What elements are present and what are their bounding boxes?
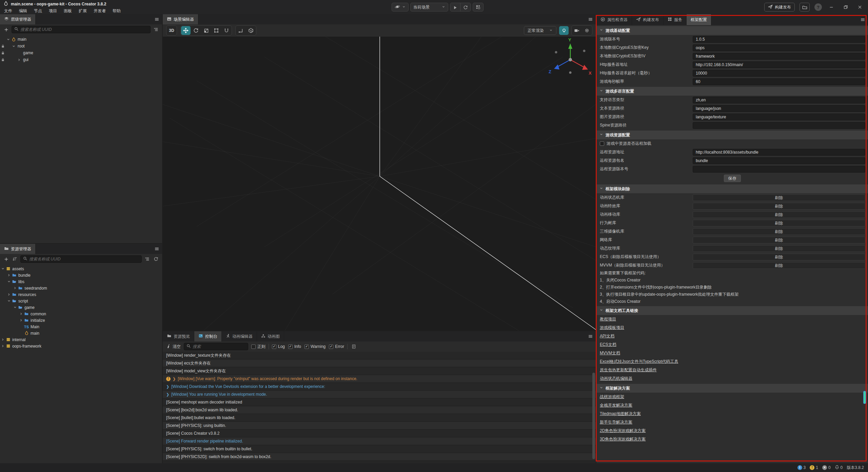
console-scrollbar[interactable] — [592, 373, 595, 459]
create-asset-button[interactable] — [3, 256, 9, 262]
prop-input-远程资源地址[interactable] — [693, 149, 865, 156]
doc-link-API文档[interactable]: API文档 — [600, 333, 614, 339]
warning-count[interactable]: ! 1 — [810, 465, 818, 470]
3d-mode-button[interactable]: 3D — [167, 26, 176, 35]
render-mode-select[interactable]: 正常渲染 — [524, 26, 556, 35]
tab-scene-editor[interactable]: 场景编辑器 — [163, 14, 198, 24]
tree-item-assets[interactable]: assets — [0, 266, 162, 272]
tree-item-oops-framework[interactable]: oops-framework — [0, 343, 162, 349]
section-header-框架文档工具链接[interactable]: 框架文档工具链接 — [596, 306, 868, 315]
camera-settings-icon[interactable] — [572, 26, 581, 35]
doc-link-Tiledmap地图解决方案[interactable]: Tiledmap地图解决方案 — [600, 411, 641, 417]
prop-input-Http服务器请求超时（毫秒）[interactable] — [693, 70, 865, 77]
gizmo-x-label[interactable]: X — [589, 71, 592, 76]
tree-chevron-down[interactable] — [12, 305, 18, 310]
prop-input-图片资源路径[interactable] — [693, 114, 865, 120]
remove-module-button[interactable]: 剔除 — [693, 237, 865, 243]
save-button[interactable]: 保存 — [724, 175, 741, 182]
remove-module-button[interactable]: 剔除 — [693, 203, 865, 210]
inspector-menu-icon[interactable] — [860, 17, 865, 23]
scene-select[interactable]: 当前场景 — [410, 3, 448, 12]
filter-error-checkbox[interactable]: ✓Error — [329, 344, 344, 349]
section-header-框架模块剔除[interactable]: 框架模块剔除 — [596, 184, 868, 193]
menu-item-开发者[interactable]: 开发者 — [90, 7, 109, 14]
menu-item-编辑[interactable]: 编辑 — [16, 7, 31, 14]
console-message[interactable]: [Window] render_texture文件夹存在 — [163, 352, 596, 359]
doc-link-原生包热更新配置自动生成插件[interactable]: 原生包热更新配置自动生成插件 — [600, 367, 657, 373]
tab-动画编辑器[interactable]: 动画编辑器 — [222, 331, 257, 341]
remove-module-button[interactable]: 剔除 — [693, 228, 865, 235]
doc-link-Excel格式转Json文件与TypeScript代码工具[interactable]: Excel格式转Json文件与TypeScript代码工具 — [600, 359, 678, 365]
tree-chevron-right[interactable] — [0, 337, 5, 342]
tree-item-game[interactable]: game — [0, 304, 162, 311]
tree-chevron-right[interactable] — [12, 286, 18, 291]
doc-link-教程项目[interactable]: 教程项目 — [600, 316, 616, 322]
prop-input-远程资源包名[interactable] — [693, 157, 865, 164]
console-message[interactable]: [Window] ecs文件夹存在 — [163, 359, 596, 367]
prop-input-游戏每秒帧率[interactable] — [693, 78, 865, 85]
preview-device-button[interactable] — [473, 3, 484, 12]
console-message[interactable]: [Scene] Forward render pipeline initiali… — [163, 437, 596, 445]
menu-item-项目[interactable]: 项目 — [45, 7, 60, 14]
remove-module-button[interactable]: 剔除 — [693, 220, 865, 227]
tab-属性检查器[interactable]: 属性检查器 — [596, 14, 632, 25]
tab-控制台[interactable]: 控制台 — [194, 331, 222, 341]
filter-info-checkbox[interactable]: ✓Info — [288, 344, 301, 349]
tab-动画图[interactable]: 动画图 — [257, 331, 284, 341]
hierarchy-filter-icon[interactable] — [153, 26, 159, 33]
tree-item-main[interactable]: main — [0, 330, 162, 336]
expand-chevron-icon[interactable]: ❯ — [173, 375, 176, 382]
tree-item-initialize[interactable]: initialize — [0, 317, 162, 323]
tree-chevron-down[interactable] — [11, 43, 16, 49]
menu-item-文件[interactable]: 文件 — [1, 7, 16, 14]
clear-console-button[interactable]: 清空 — [166, 344, 181, 350]
gizmo-z-label[interactable]: Z — [549, 69, 551, 74]
tree-item-internal[interactable]: internal — [0, 336, 162, 343]
assets-menu-icon[interactable] — [154, 247, 159, 252]
tab-服务[interactable]: 服务 — [664, 14, 687, 25]
tab-hierarchy[interactable]: 层级管理器 — [0, 14, 36, 24]
doc-link-ECS文档[interactable]: ECS文档 — [600, 342, 616, 348]
hierarchy-search-box[interactable] — [12, 26, 151, 33]
open-folder-button[interactable] — [800, 3, 810, 12]
section-header-游戏多语言配置[interactable]: 游戏多语言配置 — [596, 87, 868, 96]
doc-link-全栈开发解决方案[interactable]: 全栈开发解决方案 — [600, 402, 632, 408]
play-button[interactable] — [450, 3, 460, 12]
prop-input-Http服务器地址[interactable] — [693, 61, 865, 68]
tree-chevron-right[interactable] — [6, 273, 12, 278]
assets-search-input[interactable] — [29, 257, 139, 261]
prop-input-支持语言类型[interactable] — [693, 97, 865, 103]
coordinate-space-icon[interactable] — [246, 26, 256, 35]
console-message[interactable]: [Scene] meshopt wasm decoder initialized — [163, 398, 596, 406]
remote-load-checkbox[interactable] — [600, 141, 604, 146]
scene-viewport[interactable]: Y X Z — [163, 37, 596, 331]
doc-link-动画状态机编辑器[interactable]: 动画状态机编辑器 — [600, 376, 632, 381]
console-message[interactable]: [Scene] [PHYSICS]: switch from builtin t… — [163, 445, 596, 453]
tab-构建发布[interactable]: 构建发布 — [632, 14, 664, 25]
tree-item-game[interactable]: game — [0, 50, 162, 56]
remove-module-button[interactable]: 剔除 — [693, 211, 865, 218]
hierarchy-menu-icon[interactable] — [154, 17, 159, 23]
tree-chevron-right[interactable] — [16, 57, 22, 62]
tree-chevron-right[interactable] — [0, 343, 5, 349]
tab-assets[interactable]: 资源管理器 — [0, 244, 36, 254]
sort-assets-icon[interactable] — [12, 256, 18, 262]
rect-tool-icon[interactable] — [212, 26, 221, 35]
tree-item-common[interactable]: common — [0, 311, 162, 317]
tree-item-main[interactable]: main — [0, 36, 162, 43]
menu-item-帮助[interactable]: 帮助 — [109, 7, 124, 14]
tree-item-root[interactable]: root — [0, 43, 162, 50]
tree-chevron-down[interactable] — [5, 37, 11, 42]
assets-search-box[interactable] — [20, 255, 142, 263]
console-message[interactable]: [Scene] [box2d]:box2d wasm lib loaded. — [163, 406, 596, 414]
section-header-游戏资源配置[interactable]: 游戏资源配置 — [596, 131, 868, 139]
console-menu-icon[interactable] — [588, 334, 593, 340]
gizmo-y-label[interactable]: Y — [568, 37, 571, 42]
tree-item-seedrandom[interactable]: seedrandom — [0, 285, 162, 291]
console-message[interactable]: [Scene] [PHYSICS2D]: switch from box2d-w… — [163, 453, 596, 461]
expand-chevron-icon[interactable]: ❯ — [166, 391, 169, 398]
remove-module-button[interactable]: 剔除 — [693, 262, 865, 269]
section-header-框架解决方案[interactable]: 框架解决方案 — [596, 384, 868, 393]
console-message[interactable]: [Scene] [bullet]:bullet wasm lib loaded. — [163, 414, 596, 422]
tab-资源预览[interactable]: 资源预览 — [163, 331, 194, 341]
